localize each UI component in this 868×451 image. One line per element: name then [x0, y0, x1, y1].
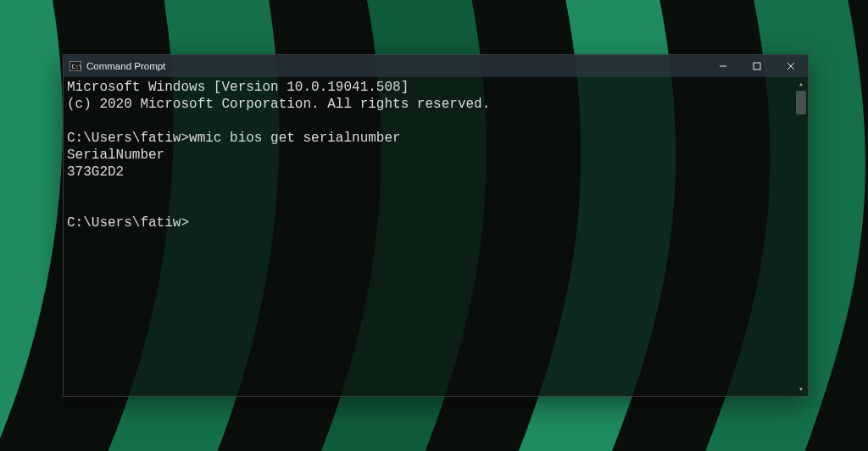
console-line: 373G2D2 [67, 164, 791, 181]
scrollbar-down-arrow-icon[interactable]: ▾ [794, 382, 808, 396]
window-title: Command Prompt [86, 61, 165, 71]
console-line: SerialNumber [67, 147, 791, 164]
console-output[interactable]: Microsoft Windows [Version 10.0.19041.50… [64, 77, 794, 396]
command-prompt-icon: C:\ [70, 61, 81, 71]
svg-rect-3 [754, 63, 760, 70]
desktop: C:\ Command Prompt Microsoft Windows [Ve… [0, 0, 868, 451]
console-line [67, 113, 791, 130]
close-button[interactable] [774, 55, 808, 77]
console-line: Microsoft Windows [Version 10.0.19041.50… [67, 79, 791, 96]
scrollbar-thumb[interactable] [796, 91, 806, 114]
vertical-scrollbar[interactable]: ▴ ▾ [794, 77, 808, 396]
console-line: (c) 2020 Microsoft Corporation. All righ… [67, 96, 791, 113]
console-line [67, 181, 791, 198]
console-line [67, 198, 791, 214]
scrollbar-up-arrow-icon[interactable]: ▴ [794, 77, 808, 91]
console-line: C:\Users\fatiw>wmic bios get serialnumbe… [67, 130, 791, 147]
client-area: Microsoft Windows [Version 10.0.19041.50… [64, 77, 808, 396]
svg-text:C:\: C:\ [72, 64, 82, 70]
maximize-button[interactable] [740, 55, 774, 77]
command-prompt-window[interactable]: C:\ Command Prompt Microsoft Windows [Ve… [63, 54, 809, 397]
title-bar[interactable]: C:\ Command Prompt [64, 55, 808, 77]
minimize-button[interactable] [706, 55, 740, 77]
console-line: C:\Users\fatiw> [67, 214, 791, 231]
